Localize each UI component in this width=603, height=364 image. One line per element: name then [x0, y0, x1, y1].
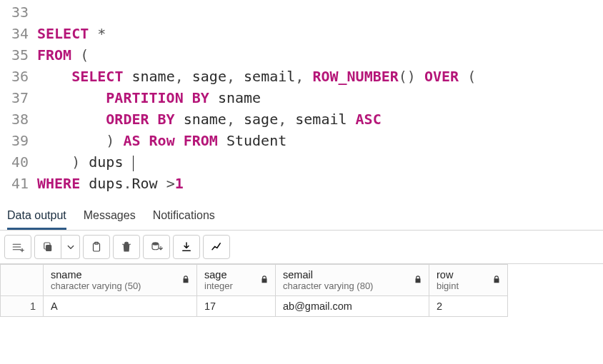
- cell[interactable]: 17: [197, 296, 276, 317]
- tab-data-output[interactable]: Data output: [7, 206, 66, 230]
- copy-button[interactable]: [34, 235, 61, 259]
- svg-rect-0: [46, 245, 51, 251]
- line-number: 40: [0, 151, 29, 173]
- results-toolbar: [0, 230, 603, 264]
- code-line[interactable]: [37, 1, 603, 23]
- code-line[interactable]: FROM (: [37, 44, 603, 66]
- paste-button[interactable]: [83, 235, 110, 259]
- cell[interactable]: ab@gmail.com: [276, 296, 429, 317]
- results-tabs: Data output Messages Notifications: [0, 200, 603, 230]
- lock-icon: [259, 274, 269, 286]
- code-line[interactable]: SELECT *: [37, 23, 603, 44]
- lock-icon: [413, 274, 423, 286]
- lock-icon: [492, 274, 502, 286]
- tab-notifications[interactable]: Notifications: [153, 206, 215, 230]
- line-number: 41: [0, 173, 29, 194]
- sql-editor[interactable]: 333435363738394041 SELECT *FROM ( SELECT…: [0, 0, 603, 194]
- cell[interactable]: 2: [429, 296, 508, 317]
- column-header-row[interactable]: row bigint: [429, 265, 508, 296]
- line-number: 33: [0, 1, 29, 23]
- code-line[interactable]: SELECT sname, sage, semail, ROW_NUMBER()…: [37, 66, 603, 87]
- add-row-button[interactable]: [4, 235, 31, 259]
- results-table[interactable]: sname character varying (50) sage intege…: [0, 264, 508, 317]
- code-line[interactable]: ORDER BY sname, sage, semail ASC: [37, 108, 603, 130]
- line-number: 36: [0, 66, 29, 87]
- table-corner: [1, 265, 44, 296]
- tab-messages[interactable]: Messages: [84, 206, 136, 230]
- code-line[interactable]: ) dups: [37, 151, 603, 173]
- graph-button[interactable]: [203, 235, 230, 259]
- column-header-semail[interactable]: semail character varying (80): [276, 265, 429, 296]
- copy-dropdown-button[interactable]: [61, 235, 80, 259]
- cell[interactable]: A: [44, 296, 197, 317]
- column-header-sage[interactable]: sage integer: [197, 265, 276, 296]
- editor-gutter: 333435363738394041: [0, 1, 37, 194]
- download-button[interactable]: [173, 235, 200, 259]
- line-number: 38: [0, 108, 29, 130]
- column-header-sname[interactable]: sname character varying (50): [44, 265, 197, 296]
- row-number-cell[interactable]: 1: [1, 296, 44, 317]
- line-number: 35: [0, 44, 29, 66]
- table-row[interactable]: 1A17ab@gmail.com2: [1, 296, 508, 317]
- code-line[interactable]: WHERE dups.Row >1: [37, 173, 603, 194]
- svg-point-4: [152, 242, 159, 246]
- code-line[interactable]: PARTITION BY sname: [37, 87, 603, 108]
- lock-icon: [181, 274, 191, 286]
- save-data-button[interactable]: [143, 235, 170, 259]
- editor-code[interactable]: SELECT *FROM ( SELECT sname, sage, semai…: [37, 1, 603, 194]
- line-number: 34: [0, 23, 29, 44]
- line-number: 39: [0, 130, 29, 151]
- line-number: 37: [0, 87, 29, 108]
- code-line[interactable]: ) AS Row FROM Student: [37, 130, 603, 151]
- delete-button[interactable]: [113, 235, 140, 259]
- text-cursor: [133, 156, 134, 171]
